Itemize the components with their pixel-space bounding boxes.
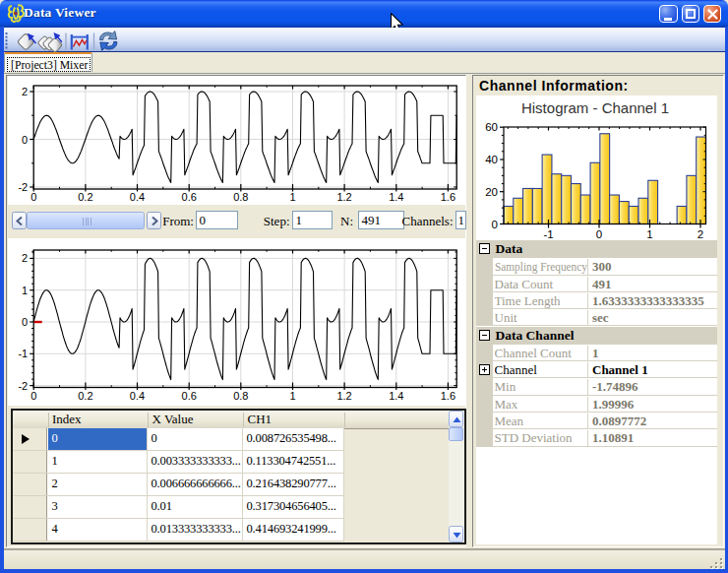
svg-text:1.2: 1.2	[336, 191, 351, 203]
svg-text:2: 2	[22, 252, 28, 264]
svg-text:-1: -1	[543, 227, 553, 239]
svg-text:1.4: 1.4	[389, 191, 403, 203]
svg-text:-2: -2	[18, 181, 28, 193]
svg-text:0: 0	[30, 390, 36, 402]
svg-text:20: 20	[485, 185, 498, 197]
svg-text:1.6: 1.6	[440, 191, 455, 203]
svg-text:0.2: 0.2	[78, 390, 92, 402]
svg-text:-2: -2	[18, 380, 28, 392]
svg-text:0.8: 0.8	[233, 390, 248, 402]
svg-text:0.4: 0.4	[129, 191, 144, 203]
svg-text:2: 2	[697, 227, 702, 239]
svg-text:0: 0	[595, 227, 601, 239]
svg-text:1: 1	[289, 191, 295, 203]
svg-text:0.6: 0.6	[181, 191, 196, 203]
svg-text:0.4: 0.4	[129, 390, 144, 402]
svg-text:0: 0	[30, 191, 36, 203]
svg-text:0.2: 0.2	[78, 191, 92, 203]
svg-text:0: 0	[491, 218, 497, 229]
svg-text:40: 40	[485, 154, 498, 165]
svg-text:0.6: 0.6	[181, 390, 196, 402]
svg-text:0: 0	[22, 134, 28, 146]
svg-text:-1: -1	[18, 348, 28, 359]
svg-text:1.4: 1.4	[389, 390, 403, 402]
svg-text:0.8: 0.8	[233, 191, 248, 203]
svg-text:2: 2	[22, 86, 28, 97]
svg-text:1: 1	[289, 390, 295, 402]
svg-text:Histogram - Channel 1: Histogram - Channel 1	[520, 99, 668, 116]
svg-text:1.2: 1.2	[336, 390, 351, 402]
svg-text:60: 60	[485, 121, 498, 133]
svg-text:1: 1	[646, 227, 652, 239]
svg-text:1.6: 1.6	[440, 390, 455, 402]
svg-text:0: 0	[22, 316, 28, 328]
svg-text:1: 1	[22, 285, 28, 296]
